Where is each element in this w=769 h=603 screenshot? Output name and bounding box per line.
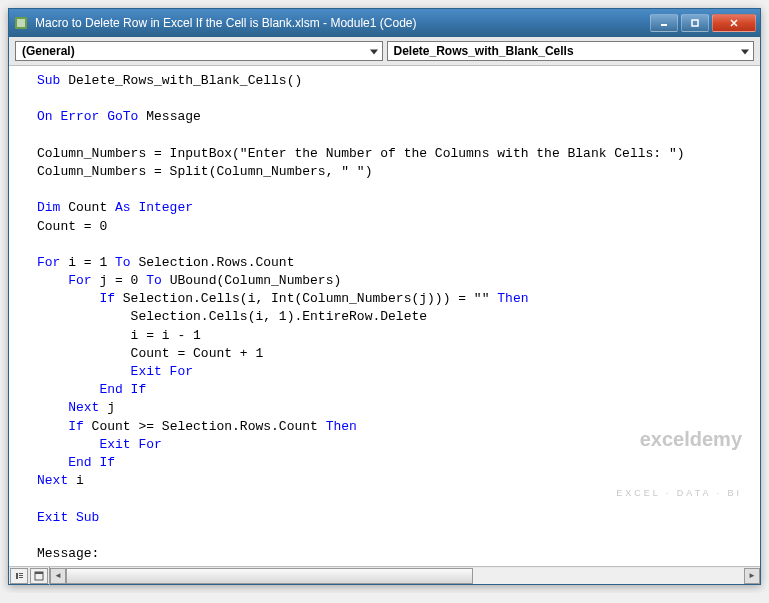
window-controls <box>650 14 756 32</box>
svg-rect-1 <box>17 19 25 27</box>
object-value: (General) <box>22 44 75 58</box>
bottom-bar: ◄ ► <box>9 566 760 584</box>
window-title: Macro to Delete Row in Excel If the Cell… <box>35 16 650 30</box>
full-module-view-button[interactable] <box>30 568 48 584</box>
procedure-view-button[interactable] <box>10 568 28 584</box>
svg-rect-4 <box>16 573 18 579</box>
svg-rect-3 <box>692 20 698 26</box>
svg-rect-6 <box>19 575 23 576</box>
svg-rect-9 <box>35 572 43 574</box>
watermark-main: exceldemy <box>616 429 742 449</box>
titlebar[interactable]: Macro to Delete Row in Excel If the Cell… <box>9 9 760 37</box>
watermark-sub: EXCEL · DATA · BI <box>616 489 742 498</box>
procedure-value: Delete_Rows_with_Blank_Cells <box>394 44 574 58</box>
procedure-dropdown[interactable]: Delete_Rows_with_Blank_Cells <box>387 41 755 61</box>
maximize-button[interactable] <box>681 14 709 32</box>
watermark: exceldemy EXCEL · DATA · BI <box>616 389 742 538</box>
svg-rect-5 <box>19 573 23 574</box>
scroll-track[interactable] <box>66 568 744 584</box>
object-dropdown[interactable]: (General) <box>15 41 383 61</box>
svg-rect-7 <box>19 577 23 578</box>
minimize-button[interactable] <box>650 14 678 32</box>
close-button[interactable] <box>712 14 756 32</box>
scroll-right-arrow[interactable]: ► <box>744 568 760 584</box>
app-icon <box>13 15 29 31</box>
horizontal-scrollbar[interactable]: ◄ ► <box>50 568 760 584</box>
code-editor[interactable]: Sub Delete_Rows_with_Blank_Cells() On Er… <box>9 66 760 566</box>
svg-rect-2 <box>661 24 667 26</box>
vba-editor-window: Macro to Delete Row in Excel If the Cell… <box>8 8 761 585</box>
scroll-left-arrow[interactable]: ◄ <box>50 568 66 584</box>
dropdown-bar: (General) Delete_Rows_with_Blank_Cells <box>9 37 760 66</box>
view-buttons <box>9 567 50 585</box>
scroll-thumb[interactable] <box>66 568 473 584</box>
